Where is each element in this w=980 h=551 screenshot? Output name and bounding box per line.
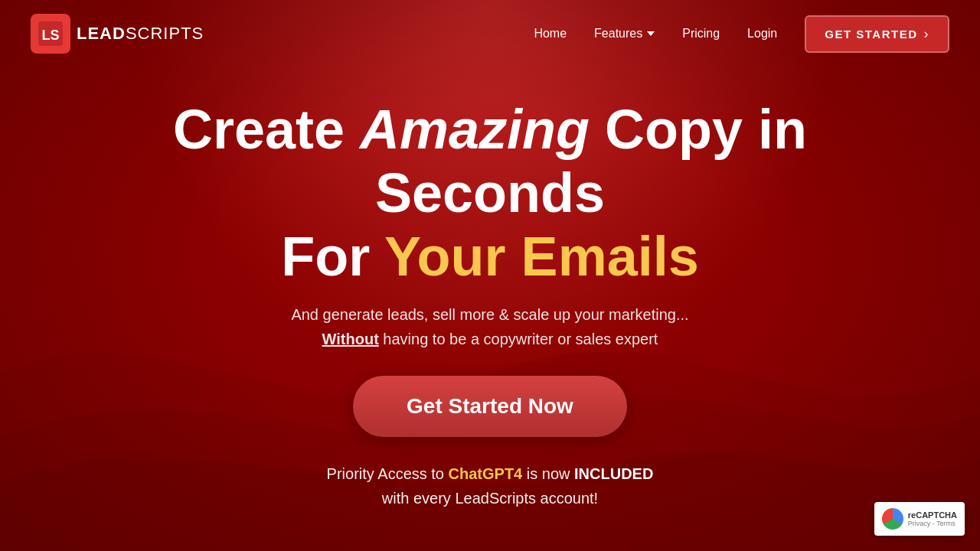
nav-get-started-button[interactable]: GET STARTED ›: [805, 15, 949, 53]
logo-icon: LS: [31, 14, 70, 54]
recaptcha-logo-icon: [882, 508, 903, 530]
hero-title-line2: For Your Emails: [281, 225, 699, 289]
navbar: LS LEADSCRIPTS Home Features Pricing Log…: [0, 0, 980, 67]
arrow-icon: ›: [924, 26, 930, 42]
nav-login[interactable]: Login: [747, 27, 777, 41]
chatgpt-promo: Priority Access to ChatGPT4 is now INCLU…: [327, 461, 654, 510]
nav-pricing[interactable]: Pricing: [682, 27, 720, 41]
hero-subtitle-1: And generate leads, sell more & scale up…: [291, 303, 688, 326]
svg-text:LS: LS: [41, 28, 59, 43]
hero-subtitle-2: Without having to be a copywriter or sal…: [322, 331, 658, 348]
nav-features[interactable]: Features: [594, 27, 655, 41]
nav-home[interactable]: Home: [534, 27, 567, 41]
cta-button[interactable]: Get Started Now: [353, 376, 627, 437]
recaptcha-badge: reCAPTCHA Privacy - Terms: [874, 502, 965, 536]
recaptcha-title: reCAPTCHA: [908, 510, 957, 520]
chevron-down-icon: [647, 31, 655, 36]
logo: LS LEADSCRIPTS: [31, 14, 204, 54]
hero-title-line1: Create Amazing Copy in Seconds: [61, 98, 919, 225]
nav-links: Home Features Pricing Login GET STARTED …: [534, 15, 949, 53]
hero-section: Create Amazing Copy in Seconds For Your …: [0, 67, 980, 510]
recaptcha-links: Privacy - Terms: [908, 520, 957, 527]
logo-wordmark: LEADSCRIPTS: [77, 24, 204, 44]
